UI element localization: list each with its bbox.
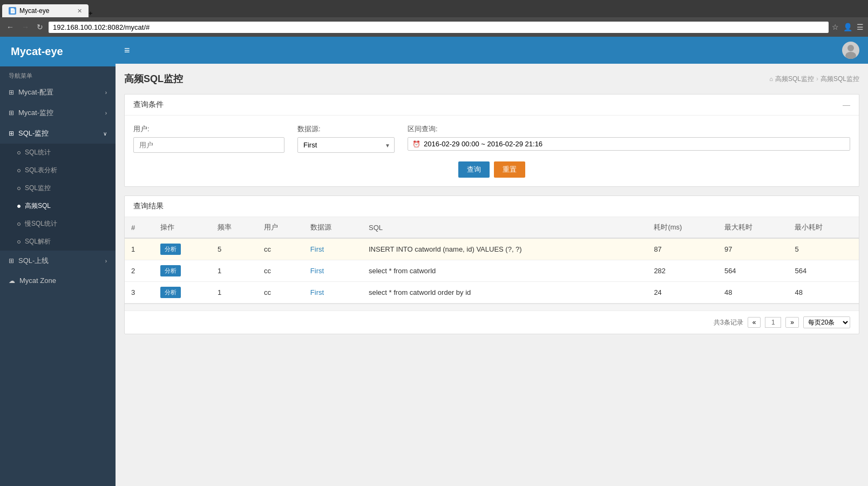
col-max-time: 最大耗时 (718, 217, 789, 238)
col-time: 耗时(ms) (647, 217, 718, 238)
breadcrumb-home[interactable]: 高频SQL监控 (775, 75, 814, 84)
sql-monitor-submenu: SQL统计 SQL表分析 SQL监控 高频SQL 慢SQL统计 SQL解析 (0, 144, 116, 251)
datasource-link-1[interactable]: First (310, 245, 324, 253)
breadcrumb-sep: › (816, 75, 818, 83)
cell-max-time: 564 (718, 260, 789, 282)
cell-time: 282 (647, 260, 718, 282)
sidebar-item-mycat-config[interactable]: ⊞ Mycat-配置 › (0, 82, 116, 103)
query-button[interactable]: 查询 (458, 161, 490, 178)
cell-datasource: First (304, 238, 362, 260)
col-action: 操作 (154, 217, 211, 238)
range-wrapper: ⏰ (408, 137, 850, 151)
results-table: # 操作 频率 用户 数据源 SQL 耗时(ms) 最大耗时 最小耗时 (125, 217, 859, 303)
col-user: 用户 (257, 217, 304, 238)
sidebar-nav-label: 导航菜单 (0, 66, 116, 82)
datasource-select[interactable]: First Second Third (297, 137, 395, 153)
sidebar-item-sql-watch[interactable]: SQL监控 (0, 179, 116, 197)
menu-icon[interactable]: ☰ (857, 23, 864, 31)
home-icon: ⌂ (769, 76, 773, 82)
card-body-query: 用户: 数据源: First Second Third (125, 116, 859, 186)
sidebar-item-label: SQL-上线 (18, 256, 49, 266)
sidebar-item-sql-online[interactable]: ⊞ SQL-上线 › (0, 251, 116, 271)
col-freq: 频率 (211, 217, 257, 238)
datasource-link-3[interactable]: First (310, 288, 324, 296)
address-bar: ← → ↻ ☆ 👤 ☰ (0, 17, 868, 37)
cell-action: 分析 (154, 260, 211, 282)
dot-icon-2 (17, 169, 21, 172)
sidebar-item-sql-monitor[interactable]: ⊞ SQL-监控 ∨ (0, 123, 116, 144)
page-title: 高频SQL监控 (124, 72, 183, 85)
sidebar-item-mycat-zone[interactable]: ☁ Mycat Zone (0, 271, 116, 290)
col-num: # (125, 217, 154, 238)
chevron-down-icon: ∨ (103, 131, 107, 137)
cell-user: cc (257, 238, 304, 260)
cell-user: cc (257, 282, 304, 303)
sidebar-item-sql-stats[interactable]: SQL统计 (0, 144, 116, 161)
reload-button[interactable]: ↻ (35, 22, 45, 32)
user-icon[interactable]: 👤 (843, 23, 852, 31)
sidebar-item-sql-table[interactable]: SQL表分析 (0, 161, 116, 179)
sidebar-brand: Mycat-eye (0, 37, 116, 66)
bookmark-star-icon[interactable]: ☆ (832, 23, 839, 31)
sidebar-item-slow-sql[interactable]: 慢SQL统计 (0, 215, 116, 233)
form-actions: 查询 重置 (133, 161, 850, 178)
datasource-form-group: 数据源: First Second Third (297, 124, 395, 153)
active-tab[interactable]: 📄 Mycat-eye ✕ (2, 4, 89, 17)
cell-action: 分析 (154, 238, 211, 260)
per-page-select[interactable]: 每页20条 每页50条 每页100条 (803, 316, 850, 328)
breadcrumb-current: 高频SQL监控 (820, 75, 859, 84)
analyze-button-1[interactable]: 分析 (160, 244, 181, 255)
tab-close-button[interactable]: ✕ (77, 8, 82, 15)
cell-num: 2 (125, 260, 154, 282)
user-input[interactable] (133, 137, 284, 153)
horizontal-scrollbar[interactable] (125, 303, 859, 310)
page-body: 高频SQL监控 ⌂ 高频SQL监控 › 高频SQL监控 查询条件 — (116, 64, 868, 352)
total-records: 共3条记录 (714, 318, 743, 327)
collapse-button[interactable]: — (843, 100, 850, 109)
col-min-time: 最小耗时 (788, 217, 859, 238)
pagination-bar: 共3条记录 « 1 » 每页20条 每页50条 每页100条 (125, 310, 859, 334)
sidebar-item-sql-parse[interactable]: SQL解析 (0, 233, 116, 251)
analyze-button-2[interactable]: 分析 (160, 265, 181, 276)
user-avatar[interactable] (842, 42, 859, 59)
tab-bar: 📄 Mycat-eye ✕ + (0, 0, 868, 17)
card-header-query: 查询条件 — (125, 94, 859, 116)
user-form-group: 用户: (133, 124, 284, 153)
sidebar-item-high-sql[interactable]: 高频SQL (0, 197, 116, 215)
range-label: 区间查询: (408, 124, 850, 134)
cell-num: 1 (125, 238, 154, 260)
chevron-right-icon: › (105, 90, 107, 96)
tab-favicon: 📄 (9, 7, 16, 15)
forward-button[interactable]: → (19, 22, 31, 32)
cell-max-time: 97 (718, 238, 789, 260)
back-button[interactable]: ← (4, 22, 16, 32)
cell-freq: 1 (211, 282, 257, 303)
cell-user: cc (257, 260, 304, 282)
prev-page-button[interactable]: « (748, 317, 761, 328)
col-datasource: 数据源 (304, 217, 362, 238)
user-label: 用户: (133, 124, 284, 134)
range-input[interactable] (424, 140, 845, 148)
hamburger-icon[interactable]: ≡ (124, 45, 130, 56)
next-page-button[interactable]: » (785, 317, 799, 328)
header-row: # 操作 频率 用户 数据源 SQL 耗时(ms) 最大耗时 最小耗时 (125, 217, 859, 238)
table-body: 1 分析 5 cc First INSERT INTO catworld (na… (125, 238, 859, 303)
reset-button[interactable]: 重置 (494, 161, 525, 178)
cloud-icon: ☁ (9, 277, 15, 285)
sidebar-item-mycat-monitor[interactable]: ⊞ Mycat-监控 › (0, 103, 116, 123)
analyze-button-3[interactable]: 分析 (160, 287, 181, 298)
datasource-link-2[interactable]: First (310, 267, 324, 275)
cell-sql: select * from catworld order by id (362, 282, 647, 303)
card-title-results: 查询结果 (133, 201, 164, 211)
form-row: 用户: 数据源: First Second Third (133, 124, 850, 153)
address-input[interactable] (49, 22, 829, 33)
chevron-right-icon-2: › (105, 110, 107, 116)
cell-freq: 5 (211, 238, 257, 260)
dot-icon-3 (17, 187, 21, 190)
current-page: 1 (765, 317, 781, 328)
dot-icon-6 (17, 240, 21, 244)
clock-icon: ⏰ (412, 140, 421, 148)
main-content: ≡ 高频SQL监控 ⌂ 高频SQL监控 › 高频SQL监控 查询条 (116, 37, 868, 486)
new-tab-button[interactable]: + (89, 9, 93, 17)
sidebar-item-label: Mycat-监控 (18, 108, 53, 118)
